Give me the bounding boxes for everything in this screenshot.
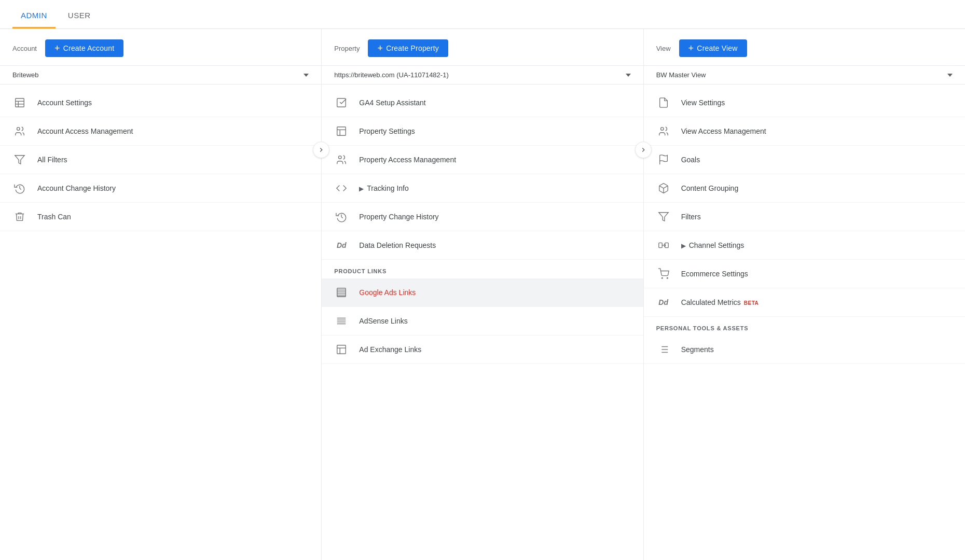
layout-icon xyxy=(334,124,349,138)
view-settings-label: View Settings xyxy=(681,99,953,107)
menu-item-google-ads-links[interactable]: Google Ads Links xyxy=(322,278,643,307)
cart-icon xyxy=(656,267,671,281)
menu-item-all-filters[interactable]: All Filters xyxy=(0,146,321,174)
account-column: Account + Create Account Briteweb xyxy=(0,29,322,560)
create-view-plus-icon: + xyxy=(688,44,694,53)
tab-user[interactable]: USER xyxy=(60,11,99,29)
view-label: View xyxy=(656,45,671,52)
beta-badge: BETA xyxy=(744,300,759,306)
menu-item-calculated-metrics[interactable]: Dd Calculated MetricsBETA xyxy=(644,288,965,317)
create-account-label: Create Account xyxy=(63,44,115,52)
menu-item-adsense-links[interactable]: AdSense Links xyxy=(322,307,643,335)
view-selector[interactable]: BW Master View xyxy=(644,65,965,85)
channel-settings-label: ▶Channel Settings xyxy=(681,241,953,249)
building-icon xyxy=(12,95,27,110)
account-selector-value: Briteweb xyxy=(12,71,39,79)
account-nav-arrow[interactable] xyxy=(313,142,329,158)
personal-tools-section-header: PERSONAL TOOLS & ASSETS xyxy=(644,317,965,335)
create-account-plus-icon: + xyxy=(54,44,60,53)
create-view-button[interactable]: + Create View xyxy=(679,39,747,57)
property-chevron-down-icon xyxy=(626,74,631,77)
property-column: Property + Create Property https://brite… xyxy=(322,29,643,560)
calc-metrics-icon: Dd xyxy=(656,295,671,310)
view-people-icon xyxy=(656,124,671,138)
account-label: Account xyxy=(12,45,37,52)
account-col-header: Account + Create Account xyxy=(0,29,321,65)
google-ads-links-label: Google Ads Links xyxy=(359,288,630,297)
menu-item-view-settings[interactable]: View Settings xyxy=(644,89,965,117)
ecommerce-settings-label: Ecommerce Settings xyxy=(681,270,953,278)
menu-item-content-grouping[interactable]: Content Grouping xyxy=(644,174,965,203)
view-filter-icon xyxy=(656,209,671,224)
svg-point-29 xyxy=(661,277,663,278)
property-label: Property xyxy=(334,45,360,52)
menu-item-property-settings[interactable]: Property Settings xyxy=(322,117,643,146)
property-settings-label: Property Settings xyxy=(359,127,630,135)
svg-point-30 xyxy=(667,277,668,278)
account-col-body: Account Settings Account Access Manageme… xyxy=(0,85,321,560)
svg-marker-5 xyxy=(15,156,24,164)
property-selector[interactable]: https://briteweb.com (UA-11071482-1) xyxy=(322,65,643,85)
code-icon xyxy=(334,181,349,195)
menu-item-account-change-history[interactable]: Account Change History xyxy=(0,174,321,203)
account-chevron-down-icon xyxy=(304,74,309,77)
view-menu-list: View Settings View Access Management xyxy=(644,85,965,560)
history-icon xyxy=(12,181,27,195)
data-deletion-label: Data Deletion Requests xyxy=(359,241,630,249)
tab-admin[interactable]: ADMIN xyxy=(12,11,56,29)
create-view-label: Create View xyxy=(697,44,737,52)
segments-label: Segments xyxy=(681,345,953,354)
property-selector-value: https://briteweb.com (UA-11071482-1) xyxy=(334,71,448,79)
menu-item-trash-can[interactable]: Trash Can xyxy=(0,203,321,231)
menu-item-goals[interactable]: Goals xyxy=(644,146,965,174)
menu-item-segments[interactable]: Segments xyxy=(644,335,965,364)
create-property-button[interactable]: + Create Property xyxy=(368,39,448,57)
filters-label: Filters xyxy=(681,213,953,221)
menu-item-property-change-history[interactable]: Property Change History xyxy=(322,203,643,231)
svg-rect-27 xyxy=(658,243,661,247)
menu-item-channel-settings[interactable]: ▶Channel Settings xyxy=(644,231,965,260)
view-column: View + Create View BW Master View xyxy=(644,29,965,560)
menu-item-data-deletion[interactable]: Dd Data Deletion Requests xyxy=(322,231,643,260)
view-selector-value: BW Master View xyxy=(656,71,706,79)
trash-icon xyxy=(12,209,27,224)
property-nav-arrow[interactable] xyxy=(635,142,652,158)
menu-item-account-access[interactable]: Account Access Management xyxy=(0,117,321,146)
svg-point-23 xyxy=(660,128,664,131)
menu-item-view-access[interactable]: View Access Management xyxy=(644,117,965,146)
adsense-links-label: AdSense Links xyxy=(359,317,630,325)
create-property-plus-icon: + xyxy=(377,44,383,53)
admin-container: Account + Create Account Briteweb xyxy=(0,29,965,560)
view-chevron-down-icon xyxy=(947,74,953,77)
menu-item-tracking-info[interactable]: ▶Tracking Info xyxy=(322,174,643,203)
menu-item-ecommerce-settings[interactable]: Ecommerce Settings xyxy=(644,260,965,288)
content-group-icon xyxy=(656,181,671,195)
create-account-button[interactable]: + Create Account xyxy=(45,39,123,57)
menu-item-ad-exchange-links[interactable]: Ad Exchange Links xyxy=(322,335,643,364)
flag-icon xyxy=(656,152,671,167)
property-people-icon xyxy=(334,152,349,167)
menu-item-account-settings[interactable]: Account Settings xyxy=(0,89,321,117)
svg-rect-7 xyxy=(337,127,346,136)
google-ads-icon xyxy=(334,285,349,300)
svg-point-4 xyxy=(17,128,20,131)
channel-icon xyxy=(656,238,671,253)
segments-icon xyxy=(656,342,671,357)
menu-item-filters[interactable]: Filters xyxy=(644,203,965,231)
all-filters-label: All Filters xyxy=(37,156,309,164)
menu-item-property-access[interactable]: Property Access Management xyxy=(322,146,643,174)
property-access-label: Property Access Management xyxy=(359,156,630,164)
adsense-icon xyxy=(334,314,349,328)
account-change-history-label: Account Change History xyxy=(37,184,309,192)
svg-marker-26 xyxy=(658,213,668,221)
account-selector[interactable]: Briteweb xyxy=(0,65,321,85)
create-property-label: Create Property xyxy=(386,44,439,52)
top-tabs-bar: ADMIN USER xyxy=(0,0,965,29)
view-col-body: View Settings View Access Management xyxy=(644,85,965,560)
account-settings-label: Account Settings xyxy=(37,99,309,107)
view-col-header: View + Create View xyxy=(644,29,965,65)
menu-item-ga4-setup[interactable]: GA4 Setup Assistant xyxy=(322,89,643,117)
svg-rect-6 xyxy=(337,99,346,107)
ga4-setup-label: GA4 Setup Assistant xyxy=(359,99,630,107)
ga4-icon xyxy=(334,95,349,110)
